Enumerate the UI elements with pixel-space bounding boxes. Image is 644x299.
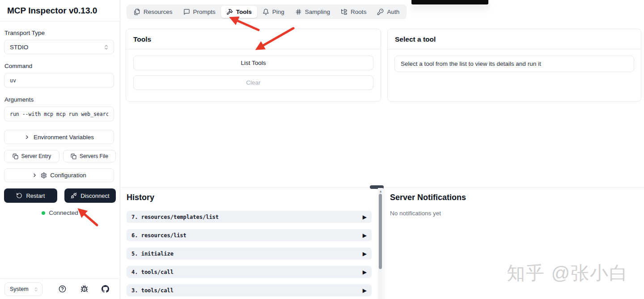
history-item[interactable]: 6. resources/list ▶ [127, 229, 372, 241]
tab-label: Auth [387, 9, 399, 15]
command-label: Command [4, 63, 116, 69]
history-item-label: 5. initialize [131, 251, 363, 257]
transport-type-value: STDIO [10, 44, 103, 51]
sidebar: MCP Inspector v0.13.0 Transport Type STD… [0, 0, 120, 299]
clear-button[interactable]: Clear [133, 75, 373, 90]
expand-icon[interactable]: ▶ [363, 269, 367, 275]
restart-label: Restart [26, 192, 45, 199]
tab-auth[interactable]: Auth [372, 6, 405, 18]
chevron-right-icon [32, 172, 38, 178]
list-tools-button[interactable]: List Tools [133, 56, 373, 70]
tools-panel: Tools List Tools Clear [126, 29, 381, 102]
help-icon[interactable] [59, 285, 66, 293]
tab-tools[interactable]: Tools [221, 6, 257, 18]
chevrons-up-down-icon [103, 44, 109, 50]
copy-icon [13, 154, 18, 159]
hammer-icon [226, 9, 233, 15]
history-item-label: 7. resources/templates/list [131, 214, 363, 220]
vertical-divider [384, 188, 384, 299]
folder-tree-icon [341, 9, 347, 15]
expand-icon[interactable]: ▶ [363, 287, 367, 294]
expand-icon[interactable]: ▶ [363, 214, 367, 220]
history-item-label: 4. tools/call [131, 269, 363, 275]
expand-icon[interactable]: ▶ [363, 251, 367, 257]
redaction-bar [411, 0, 488, 4]
expand-icon[interactable]: ▶ [363, 232, 367, 239]
status-label: Connected [49, 209, 78, 216]
server-notifications-title: Server Notifications [390, 193, 466, 202]
chevrons-up-down-icon [34, 287, 38, 292]
history-item[interactable]: 3. tools/call ▶ [127, 284, 372, 296]
tab-prompts[interactable]: Prompts [178, 6, 221, 18]
configuration-label: Configuration [50, 172, 86, 179]
scrollbar-up-icon[interactable]: ▲ [379, 190, 382, 193]
tab-ping[interactable]: Ping [257, 6, 290, 18]
disconnect-button[interactable]: Disconnect [64, 188, 116, 203]
server-entry-button[interactable]: Server Entry [4, 150, 59, 162]
app-title: MCP Inspector v0.13.0 [0, 0, 120, 21]
tools-panel-title: Tools [126, 29, 381, 49]
history-item[interactable]: 4. tools/call ▶ [127, 266, 372, 278]
history-scrollbar-thumb[interactable] [379, 194, 382, 269]
tool-detail-title: Select a tool [388, 29, 641, 49]
history-item-label: 6. resources/list [131, 232, 363, 239]
chevron-right-icon [24, 134, 30, 140]
main-tabbar: Resources Prompts Tools Ping Sampling Ro… [127, 4, 407, 19]
tab-label: Tools [236, 9, 252, 15]
environment-variables-label: Environment Variables [34, 134, 94, 141]
tab-label: Roots [351, 9, 366, 15]
server-entry-label: Server Entry [21, 153, 51, 159]
github-icon[interactable] [102, 285, 109, 293]
history-title: History [127, 193, 154, 202]
servers-file-label: Servers File [80, 153, 108, 159]
unplug-icon [71, 192, 77, 199]
tab-label: Resources [144, 9, 173, 15]
copy-icon [71, 154, 76, 159]
tab-resources[interactable]: Resources [128, 6, 178, 18]
history-item[interactable]: 5. initialize ▶ [127, 248, 372, 260]
tab-sampling[interactable]: Sampling [290, 6, 335, 18]
watermark: 知乎 @张小白 [507, 261, 628, 286]
bell-icon [263, 9, 269, 15]
rotate-ccw-icon [16, 192, 22, 199]
tool-detail-placeholder: Select a tool from the list to view its … [394, 56, 634, 72]
theme-select[interactable]: System [4, 282, 42, 296]
arguments-label: Arguments [4, 96, 116, 103]
restart-button[interactable]: Restart [4, 188, 57, 203]
sidebar-footer: System [0, 278, 120, 299]
disconnect-label: Disconnect [80, 192, 109, 199]
tab-label: Ping [272, 9, 284, 15]
servers-file-button[interactable]: Servers File [63, 150, 116, 162]
configuration-button[interactable]: Configuration [4, 168, 114, 182]
tab-label: Prompts [193, 9, 216, 15]
transport-type-select[interactable]: STDIO [4, 40, 114, 54]
notifications-empty-text: No notifications yet [390, 210, 441, 217]
tab-label: Sampling [305, 9, 330, 15]
tool-detail-panel: Select a tool Select a tool from the lis… [387, 29, 641, 102]
theme-value: System [10, 286, 34, 292]
message-square-icon [183, 9, 190, 15]
tab-roots[interactable]: Roots [335, 6, 372, 18]
gear-icon [41, 172, 47, 179]
environment-variables-button[interactable]: Environment Variables [4, 130, 114, 144]
files-icon [134, 9, 140, 15]
arguments-input[interactable] [4, 107, 114, 121]
command-input[interactable] [4, 73, 114, 88]
history-item[interactable]: 7. resources/templates/list ▶ [127, 211, 372, 223]
bug-icon[interactable] [80, 285, 88, 293]
key-icon [377, 9, 384, 15]
status-dot [42, 211, 45, 215]
connection-status: Connected [4, 209, 116, 216]
transport-type-label: Transport Type [4, 30, 116, 36]
hash-icon [295, 9, 302, 15]
history-item-label: 3. tools/call [131, 287, 363, 294]
